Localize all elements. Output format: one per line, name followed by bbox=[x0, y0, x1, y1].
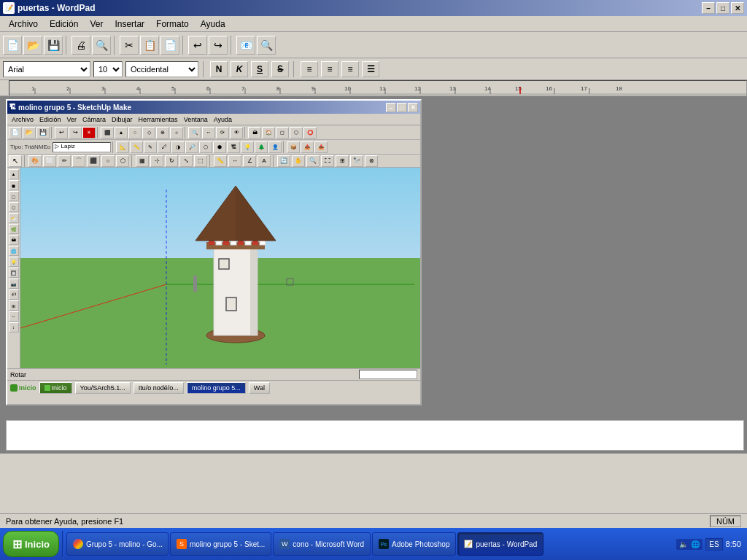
su-tb2-btn8[interactable]: ⬢ bbox=[213, 141, 226, 153]
menu-formato[interactable]: Formato bbox=[150, 18, 195, 31]
su-tb2-btn9[interactable]: 🏗 bbox=[227, 141, 240, 153]
su-rotate-tool[interactable]: ↻ bbox=[165, 155, 178, 167]
undo-button[interactable]: ↩ bbox=[188, 36, 207, 55]
su-dim-tool[interactable]: ↔ bbox=[228, 155, 241, 167]
su-tb2-btn10[interactable]: 💡 bbox=[241, 141, 254, 153]
su-measurement-input[interactable] bbox=[359, 370, 417, 379]
su-section-tool[interactable]: ⊗ bbox=[365, 155, 378, 167]
su-left-btn10[interactable]: 🔲 bbox=[9, 268, 19, 278]
su-tb1-btn13[interactable]: 🔍 bbox=[188, 127, 201, 139]
su-tb1-btn6[interactable]: ✕ bbox=[82, 127, 96, 139]
align-center-button[interactable]: ≡ bbox=[321, 61, 338, 77]
su-tb1-btn8[interactable]: ▲ bbox=[115, 127, 128, 139]
su-left-btn7[interactable]: 🏔 bbox=[9, 235, 19, 245]
su-scene-btn2[interactable]: 🏠 bbox=[262, 127, 275, 139]
su-left-btn5[interactable]: ⛅ bbox=[9, 213, 19, 223]
taskbar-item-photoshop[interactable]: Ps Adobe Photoshop bbox=[372, 532, 457, 556]
bold-button[interactable]: N bbox=[210, 61, 228, 77]
redo-button[interactable]: ↪ bbox=[209, 36, 228, 55]
su-3d-canvas[interactable] bbox=[20, 168, 420, 368]
su-left-btn8[interactable]: 🌐 bbox=[9, 246, 19, 256]
su-tb1-btn9[interactable]: ○ bbox=[128, 127, 142, 139]
su-tb1-btn3[interactable]: 💾 bbox=[36, 127, 50, 139]
su-tb2-btn4[interactable]: 🖊 bbox=[158, 141, 171, 153]
su-paint-tool[interactable]: 🎨 bbox=[28, 155, 42, 167]
su-left-btn9[interactable]: 💡 bbox=[9, 257, 19, 267]
align-left-button[interactable]: ≡ bbox=[301, 61, 318, 77]
su-menu-ventana[interactable]: Ventana bbox=[181, 115, 211, 124]
su-select-tool[interactable]: ↖ bbox=[9, 155, 22, 167]
maximize-button[interactable]: □ bbox=[716, 2, 729, 14]
su-left-btn6[interactable]: 🌿 bbox=[9, 224, 19, 234]
su-tb1-btn1[interactable]: 📄 bbox=[9, 127, 22, 139]
menu-insertar[interactable]: Insertar bbox=[109, 18, 150, 31]
su-offset-tool[interactable]: ⬚ bbox=[194, 155, 207, 167]
su-tb2-btn1[interactable]: 📐 bbox=[116, 141, 129, 153]
su-move-tool[interactable]: ⊹ bbox=[150, 155, 163, 167]
su-tb1-btn11[interactable]: ⊕ bbox=[156, 127, 169, 139]
italic-button[interactable]: K bbox=[231, 61, 248, 77]
wordpad-doc-content[interactable] bbox=[6, 420, 744, 451]
su-tb2-btn14[interactable]: 📤 bbox=[301, 141, 314, 153]
start-button[interactable]: ⊞ Inicio bbox=[3, 531, 59, 557]
su-scene-btn3[interactable]: ◻ bbox=[276, 127, 289, 139]
cut-button[interactable]: ✂ bbox=[120, 36, 139, 55]
taskbar-item-sketchup[interactable]: S molino grupo 5 - Sket... bbox=[170, 532, 271, 556]
su-tb1-btn5[interactable]: ↪ bbox=[69, 127, 82, 139]
su-poly-tool[interactable]: ⬡ bbox=[116, 155, 129, 167]
su-tb1-btn10[interactable]: ◇ bbox=[142, 127, 155, 139]
underline-button[interactable]: S bbox=[251, 61, 268, 77]
strikethrough-button[interactable]: S̶ bbox=[271, 61, 289, 77]
su-tb2-btn12[interactable]: 👤 bbox=[268, 141, 282, 153]
su-start-label[interactable]: Inicio bbox=[19, 384, 36, 392]
su-tb1-btn7[interactable]: ⬛ bbox=[101, 127, 114, 139]
su-menu-ver[interactable]: Ver bbox=[64, 115, 80, 124]
su-scene-btn5[interactable]: ⭕ bbox=[303, 127, 317, 139]
script-select[interactable]: Occidental bbox=[125, 61, 198, 77]
su-taskbar-item2[interactable]: You/SArch5.1... bbox=[75, 382, 131, 394]
print-button[interactable]: 🖨 bbox=[71, 36, 90, 55]
minimize-button[interactable]: – bbox=[702, 2, 715, 14]
save-button[interactable]: 💾 bbox=[44, 36, 63, 55]
su-left-btn1[interactable]: ▲ bbox=[9, 169, 19, 179]
su-pan-tool[interactable]: ✋ bbox=[292, 155, 305, 167]
email-button[interactable]: 📧 bbox=[236, 36, 255, 55]
su-minimize-button[interactable]: – bbox=[386, 103, 396, 112]
bullets-button[interactable]: ☰ bbox=[362, 61, 379, 77]
su-tb2-btn2[interactable]: 📏 bbox=[130, 141, 143, 153]
su-tb2-btn13[interactable]: 📦 bbox=[287, 141, 300, 153]
su-zoomsel-tool[interactable]: ⊞ bbox=[336, 155, 349, 167]
su-zoomext-tool[interactable]: ⛶ bbox=[321, 155, 334, 167]
su-push-tool[interactable]: ▦ bbox=[136, 155, 149, 167]
menu-ver[interactable]: Ver bbox=[84, 18, 109, 31]
su-zoom-tool[interactable]: 🔍 bbox=[306, 155, 320, 167]
su-pencil-tool[interactable]: ✏ bbox=[58, 155, 71, 167]
menu-ayuda[interactable]: Ayuda bbox=[195, 18, 231, 31]
su-taskbar-item1[interactable]: Inicio bbox=[39, 382, 72, 394]
su-taskbar-item4[interactable]: molino grupo 5... bbox=[187, 382, 246, 394]
su-tb1-btn14[interactable]: ↔ bbox=[202, 127, 215, 139]
su-menu-herramientas[interactable]: Herramientas bbox=[136, 115, 181, 124]
print-preview-button[interactable]: 🔍 bbox=[92, 36, 111, 55]
su-menu-ayuda[interactable]: Ayuda bbox=[211, 115, 235, 124]
paste-button[interactable]: 📄 bbox=[160, 36, 179, 55]
su-maximize-button[interactable]: □ bbox=[397, 103, 407, 112]
su-tb2-btn6[interactable]: 🔎 bbox=[185, 141, 198, 153]
su-left-btn2[interactable]: ◼ bbox=[9, 180, 19, 190]
su-tb1-btn2[interactable]: 📂 bbox=[23, 127, 36, 139]
su-tb1-btn12[interactable]: ⟐ bbox=[170, 127, 183, 139]
su-menu-archivo[interactable]: Archivo bbox=[9, 115, 36, 124]
su-circle-tool[interactable]: ○ bbox=[101, 155, 115, 167]
su-text-tool[interactable]: A bbox=[258, 155, 271, 167]
su-tb2-btn11[interactable]: 🌲 bbox=[255, 141, 268, 153]
su-menu-dibujar[interactable]: Dibujar bbox=[109, 115, 136, 124]
su-taskbar-item3[interactable]: Itu/o nodé/o... bbox=[133, 382, 184, 394]
su-tb2-btn5[interactable]: ◑ bbox=[171, 141, 185, 153]
su-arc-tool[interactable]: ⌒ bbox=[72, 155, 85, 167]
su-left-btn3[interactable]: ◻ bbox=[9, 191, 19, 201]
taskbar-item-word[interactable]: W cono - Microsoft Word bbox=[273, 532, 371, 556]
su-angle-tool[interactable]: ∠ bbox=[243, 155, 256, 167]
su-left-btn14[interactable]: ↔ bbox=[9, 311, 19, 322]
su-scene-btn1[interactable]: 🏔 bbox=[248, 127, 261, 139]
su-scene-btn4[interactable]: ⬡ bbox=[290, 127, 303, 139]
